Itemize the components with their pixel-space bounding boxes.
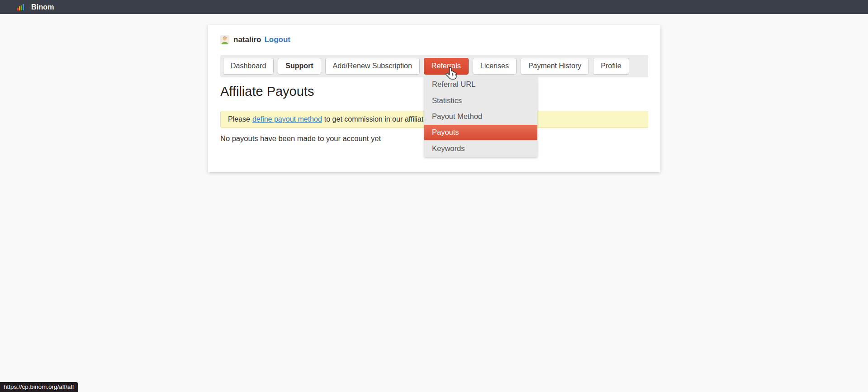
notice-prefix: Please: [228, 115, 250, 123]
tab-referrals[interactable]: Referrals: [424, 58, 469, 75]
tab-profile[interactable]: Profile: [593, 58, 629, 75]
tab-support[interactable]: Support: [278, 58, 321, 75]
menu-item-payouts[interactable]: Payouts: [424, 125, 537, 141]
page-title: Affiliate Payouts: [220, 84, 314, 99]
username: nataliro: [233, 35, 261, 44]
menu-item-keywords[interactable]: Keywords: [424, 141, 537, 157]
define-payout-method-link[interactable]: define payout method: [252, 115, 322, 123]
user-row: nataliro Logout: [220, 34, 290, 45]
menu-item-statistics[interactable]: Statistics: [424, 93, 537, 109]
tab-licenses[interactable]: Licenses: [473, 58, 517, 75]
tab-dashboard[interactable]: Dashboard: [223, 58, 274, 75]
logout-link[interactable]: Logout: [264, 35, 290, 44]
bar-chart-icon: [17, 4, 25, 10]
empty-state-message: No payouts have been made to your accoun…: [220, 134, 381, 143]
referrals-dropdown-menu: Referral URL Statistics Payout Method Pa…: [424, 76, 537, 157]
status-url-bar: https://cp.binom.org/aff/aff: [0, 382, 78, 392]
topbar: Binom: [0, 0, 868, 14]
avatar-person-icon: [220, 35, 229, 45]
brand-title: Binom: [31, 3, 54, 11]
menu-item-payout-method[interactable]: Payout Method: [424, 109, 537, 125]
tab-payment-history[interactable]: Payment History: [521, 58, 589, 75]
menu-item-referral-url[interactable]: Referral URL: [424, 76, 537, 93]
tab-add-renew-subscription[interactable]: Add/Renew Subscription: [325, 58, 420, 75]
nav-tabs: Dashboard Support Add/Renew Subscription…: [220, 55, 648, 77]
